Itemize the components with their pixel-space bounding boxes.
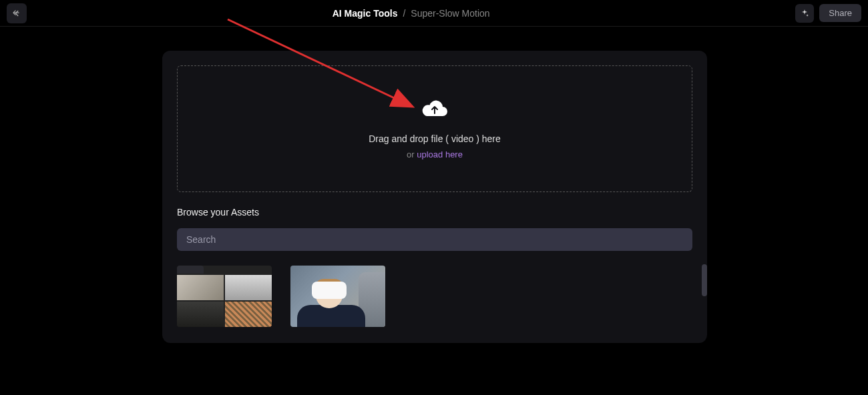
browse-assets-label: Browse your Assets bbox=[177, 207, 692, 218]
sparkle-button[interactable] bbox=[795, 4, 814, 23]
folder-preview-tile bbox=[225, 275, 272, 300]
back-button[interactable] bbox=[7, 3, 27, 23]
dropzone-or-text: or bbox=[407, 149, 417, 159]
dropzone-sub-text: or upload here bbox=[407, 149, 463, 159]
breadcrumb-current: Super-Slow Motion bbox=[411, 8, 489, 19]
thumbnail-content bbox=[297, 278, 365, 327]
search-input[interactable] bbox=[177, 228, 692, 251]
app-header: AI Magic Tools / Super-Slow Motion Share bbox=[0, 0, 868, 27]
share-button[interactable]: Share bbox=[819, 4, 861, 22]
assets-grid bbox=[177, 266, 692, 327]
scrollbar-thumb[interactable] bbox=[702, 264, 707, 296]
cloud-upload-icon bbox=[421, 99, 448, 120]
folder-preview-tile bbox=[177, 275, 224, 300]
main-panel: Drag and drop file ( video ) here or upl… bbox=[162, 51, 707, 343]
breadcrumb-root[interactable]: AI Magic Tools bbox=[333, 8, 398, 19]
sparkle-icon bbox=[800, 9, 809, 18]
arrow-left-icon bbox=[12, 9, 21, 18]
folder-preview-tile bbox=[177, 302, 224, 327]
header-actions: Share bbox=[795, 4, 861, 23]
upload-link[interactable]: upload here bbox=[417, 149, 463, 159]
upload-dropzone[interactable]: Drag and drop file ( video ) here or upl… bbox=[177, 65, 692, 192]
dropzone-main-text: Drag and drop file ( video ) here bbox=[369, 133, 501, 144]
folder-preview-tile bbox=[225, 302, 272, 327]
asset-video-thumbnail[interactable] bbox=[290, 266, 385, 327]
folder-tab-icon bbox=[177, 266, 204, 274]
breadcrumb: AI Magic Tools / Super-Slow Motion bbox=[333, 8, 490, 19]
scrollbar[interactable] bbox=[702, 264, 707, 338]
asset-folder-thumbnail[interactable] bbox=[177, 266, 272, 327]
breadcrumb-separator: / bbox=[403, 8, 405, 19]
